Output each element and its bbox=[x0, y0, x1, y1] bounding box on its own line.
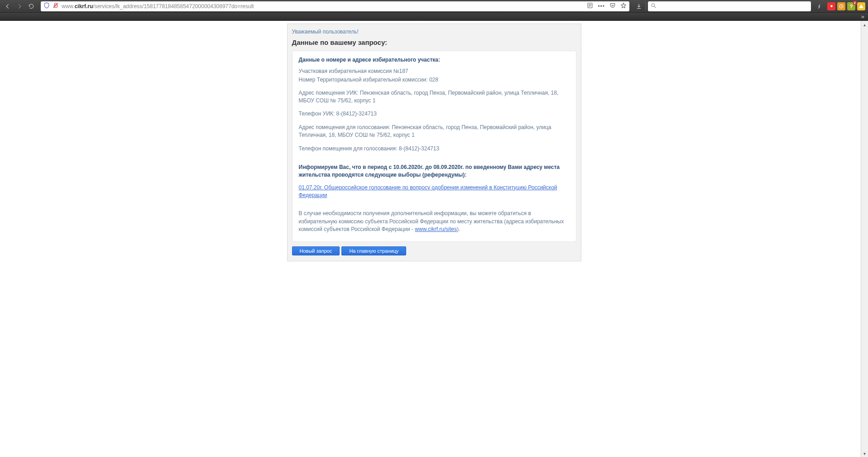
home-button[interactable]: На главную страницу bbox=[341, 246, 406, 255]
search-bar[interactable] bbox=[648, 1, 811, 11]
svg-line-7 bbox=[654, 6, 656, 8]
extension-badge: 2 bbox=[853, 1, 857, 5]
footnote: В случае необходимости получения дополни… bbox=[299, 210, 570, 233]
tab-overflow-icon[interactable]: » bbox=[861, 13, 868, 20]
url-bar[interactable]: www.cikrf.ru/services/lk_address/1581778… bbox=[41, 1, 629, 11]
url-prefix: www. bbox=[62, 3, 75, 10]
extension-question-icon[interactable]: ? 2 bbox=[847, 2, 855, 10]
scroll-up-arrow[interactable]: ▴ bbox=[861, 21, 868, 28]
uik-phone: Телефон УИК: 8-(8412)-324713 bbox=[299, 110, 570, 118]
voting-address: Адрес помещения для голосования: Пензенс… bbox=[299, 124, 570, 140]
result-box: Данные о номере и адресе избирательного … bbox=[292, 51, 576, 242]
bookmark-star-icon[interactable] bbox=[620, 2, 627, 10]
back-button[interactable] bbox=[3, 1, 13, 11]
voting-phone: Телефон помещения для голосования: 8-(84… bbox=[299, 145, 570, 153]
extension-adblock-icon[interactable] bbox=[827, 2, 835, 10]
search-icon bbox=[651, 2, 657, 10]
pocket-icon[interactable] bbox=[609, 2, 616, 10]
page-actions-ellipsis-icon[interactable]: ••• bbox=[598, 3, 605, 10]
footnote-post: ). bbox=[457, 226, 460, 232]
elections-notice: Информируем Вас, что в период с 10.06.20… bbox=[299, 164, 570, 179]
tracking-protection-icon[interactable] bbox=[43, 2, 50, 10]
page-viewport: Уважаемый пользователь! Данные по вашему… bbox=[0, 21, 868, 261]
extension-clock-icon[interactable] bbox=[837, 2, 845, 10]
election-event-link[interactable]: 01.07.20г. Общероссийское голосование по… bbox=[299, 184, 570, 199]
tab-overflow-row: » bbox=[0, 13, 868, 21]
svg-point-8 bbox=[830, 5, 833, 7]
search-input[interactable] bbox=[659, 3, 808, 10]
extension-icons-group: ? 2 bbox=[827, 2, 865, 10]
url-text: www.cikrf.ru/services/lk_address/1581778… bbox=[62, 3, 584, 10]
uik-address: Адрес помещения УИК: Пензенская область,… bbox=[299, 89, 570, 105]
reload-button[interactable] bbox=[26, 1, 36, 11]
svg-point-6 bbox=[652, 4, 655, 7]
url-path: /services/lk_address/1581778184858547200… bbox=[93, 3, 254, 10]
result-header: Данные по вашему запросу: bbox=[292, 38, 576, 46]
territorial-number: Номер Территориальной избирательной коми… bbox=[299, 76, 570, 84]
containers-button[interactable] bbox=[813, 1, 823, 11]
footnote-link[interactable]: www.cikrf.ru/sites bbox=[415, 226, 457, 232]
reader-mode-icon[interactable] bbox=[587, 2, 593, 10]
section-title: Данные о номере и адресе избирательного … bbox=[299, 57, 570, 63]
browser-toolbar: www.cikrf.ru/services/lk_address/1581778… bbox=[0, 0, 868, 13]
downloads-button[interactable] bbox=[634, 1, 644, 11]
new-query-button[interactable]: Новый запрос bbox=[292, 246, 340, 255]
url-domain: cikrf.ru bbox=[75, 3, 93, 10]
greeting-text: Уважаемый пользователь! bbox=[292, 29, 576, 35]
content-panel: Уважаемый пользователь! Данные по вашему… bbox=[287, 24, 581, 261]
toolbar-separator bbox=[646, 2, 646, 10]
connection-not-secure-icon[interactable] bbox=[53, 2, 59, 10]
vertical-scrollbar[interactable]: ▴ ▾ bbox=[861, 21, 868, 261]
forward-button[interactable] bbox=[14, 1, 24, 11]
commission-name: Участковая избирательная комиссия №187 bbox=[299, 67, 570, 75]
extension-warning-icon[interactable] bbox=[857, 2, 865, 10]
action-row: Новый запрос На главную страницу bbox=[292, 246, 576, 255]
